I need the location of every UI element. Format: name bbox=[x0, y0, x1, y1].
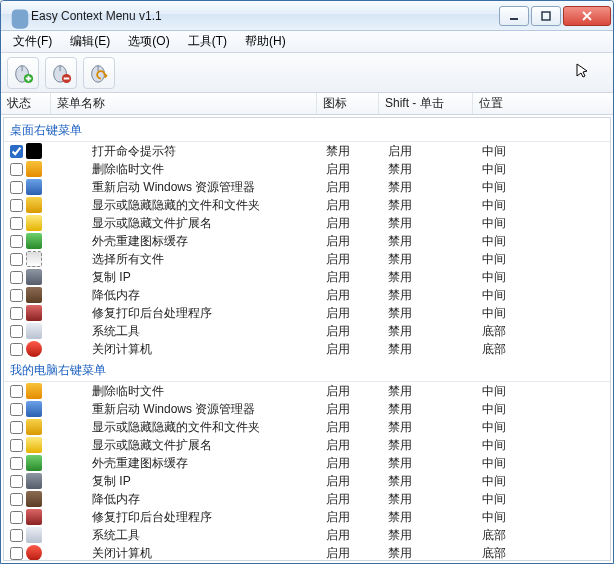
list-item[interactable]: 外壳重建图标缓存 启用 禁用 中间 bbox=[4, 232, 610, 250]
menu-options[interactable]: 选项(O) bbox=[120, 31, 177, 52]
item-checkbox[interactable] bbox=[10, 253, 23, 266]
list-item[interactable]: 关闭计算机 启用 禁用 底部 bbox=[4, 340, 610, 358]
item-checkbox[interactable] bbox=[10, 235, 23, 248]
list-item[interactable]: 降低内存 启用 禁用 中间 bbox=[4, 490, 610, 508]
item-position: 中间 bbox=[476, 142, 610, 160]
list-item[interactable]: 复制 IP 启用 禁用 中间 bbox=[4, 472, 610, 490]
item-position: 中间 bbox=[476, 160, 610, 178]
list-item[interactable]: 删除临时文件 启用 禁用 中间 bbox=[4, 160, 610, 178]
list-item[interactable]: 系统工具 启用 禁用 底部 bbox=[4, 526, 610, 544]
item-iconstate: 启用 bbox=[320, 418, 382, 436]
list-item[interactable]: 显示或隐藏隐藏的文件和文件夹 启用 禁用 中间 bbox=[4, 418, 610, 436]
item-checkbox[interactable] bbox=[10, 289, 23, 302]
list-item[interactable]: 关闭计算机 启用 禁用 底部 bbox=[4, 544, 610, 561]
item-shiftstate: 禁用 bbox=[382, 508, 476, 526]
item-checkbox[interactable] bbox=[10, 307, 23, 320]
item-position: 中间 bbox=[476, 436, 610, 454]
item-iconstate: 启用 bbox=[320, 160, 382, 178]
group-header[interactable]: 桌面右键菜单 bbox=[4, 118, 610, 142]
item-shiftstate: 禁用 bbox=[382, 232, 476, 250]
list-item[interactable]: 外壳重建图标缓存 启用 禁用 中间 bbox=[4, 454, 610, 472]
list-item[interactable]: 打开命令提示符 禁用 启用 中间 bbox=[4, 142, 610, 160]
item-checkbox[interactable] bbox=[10, 403, 23, 416]
item-type-icon bbox=[26, 419, 42, 435]
item-checkbox[interactable] bbox=[10, 421, 23, 434]
item-checkbox[interactable] bbox=[10, 475, 23, 488]
item-position: 中间 bbox=[476, 286, 610, 304]
item-type-icon bbox=[26, 455, 42, 471]
item-iconstate: 启用 bbox=[320, 214, 382, 232]
item-checkbox[interactable] bbox=[10, 439, 23, 452]
item-checkbox[interactable] bbox=[10, 325, 23, 338]
toolbar-add-button[interactable] bbox=[7, 57, 39, 89]
header-icon[interactable]: 图标 bbox=[317, 93, 379, 114]
item-type-icon bbox=[26, 491, 42, 507]
toolbar-refresh-button[interactable] bbox=[83, 57, 115, 89]
header-name[interactable]: 菜单名称 bbox=[51, 93, 317, 114]
item-checkbox[interactable] bbox=[10, 343, 23, 356]
list-item[interactable]: 修复打印后台处理程序 启用 禁用 中间 bbox=[4, 304, 610, 322]
cursor-icon bbox=[575, 63, 591, 79]
list-item[interactable]: 显示或隐藏隐藏的文件和文件夹 启用 禁用 中间 bbox=[4, 196, 610, 214]
item-iconstate: 启用 bbox=[320, 382, 382, 400]
header-shift[interactable]: Shift - 单击 bbox=[379, 93, 473, 114]
list-item[interactable]: 系统工具 启用 禁用 底部 bbox=[4, 322, 610, 340]
item-position: 中间 bbox=[476, 382, 610, 400]
item-position: 中间 bbox=[476, 454, 610, 472]
item-checkbox[interactable] bbox=[10, 457, 23, 470]
item-position: 中间 bbox=[476, 250, 610, 268]
item-shiftstate: 禁用 bbox=[382, 526, 476, 544]
item-checkbox[interactable] bbox=[10, 385, 23, 398]
item-label: 显示或隐藏文件扩展名 bbox=[92, 437, 212, 454]
item-label: 删除临时文件 bbox=[92, 161, 164, 178]
item-iconstate: 启用 bbox=[320, 322, 382, 340]
menu-list[interactable]: 桌面右键菜单 打开命令提示符 禁用 启用 中间 删除临时文件 启用 禁用 中间 bbox=[3, 117, 611, 561]
menu-file[interactable]: 文件(F) bbox=[5, 31, 60, 52]
header-position[interactable]: 位置 bbox=[473, 93, 613, 114]
list-item[interactable]: 删除临时文件 启用 禁用 中间 bbox=[4, 382, 610, 400]
item-label: 显示或隐藏隐藏的文件和文件夹 bbox=[92, 197, 260, 214]
item-label: 打开命令提示符 bbox=[92, 143, 176, 160]
list-item[interactable]: 显示或隐藏文件扩展名 启用 禁用 中间 bbox=[4, 436, 610, 454]
item-checkbox[interactable] bbox=[10, 271, 23, 284]
item-iconstate: 启用 bbox=[320, 490, 382, 508]
item-label: 关闭计算机 bbox=[92, 341, 152, 358]
list-item[interactable]: 复制 IP 启用 禁用 中间 bbox=[4, 268, 610, 286]
item-label: 选择所有文件 bbox=[92, 251, 164, 268]
item-shiftstate: 禁用 bbox=[382, 400, 476, 418]
svg-rect-0 bbox=[510, 18, 518, 20]
item-checkbox[interactable] bbox=[10, 493, 23, 506]
menu-edit[interactable]: 编辑(E) bbox=[62, 31, 118, 52]
menu-help[interactable]: 帮助(H) bbox=[237, 31, 294, 52]
item-checkbox[interactable] bbox=[10, 511, 23, 524]
toolbar-remove-button[interactable] bbox=[45, 57, 77, 89]
item-checkbox[interactable] bbox=[10, 199, 23, 212]
item-checkbox[interactable] bbox=[10, 217, 23, 230]
item-checkbox[interactable] bbox=[10, 547, 23, 560]
item-checkbox[interactable] bbox=[10, 529, 23, 542]
list-item[interactable]: 选择所有文件 启用 禁用 中间 bbox=[4, 250, 610, 268]
item-checkbox[interactable] bbox=[10, 163, 23, 176]
item-position: 底部 bbox=[476, 322, 610, 340]
titlebar[interactable]: Easy Context Menu v1.1 bbox=[1, 1, 613, 31]
close-button[interactable] bbox=[563, 6, 611, 26]
list-item[interactable]: 重新启动 Windows 资源管理器 启用 禁用 中间 bbox=[4, 400, 610, 418]
menu-tools[interactable]: 工具(T) bbox=[180, 31, 235, 52]
item-checkbox[interactable] bbox=[10, 181, 23, 194]
header-status[interactable]: 状态 bbox=[1, 93, 51, 114]
list-item[interactable]: 显示或隐藏文件扩展名 启用 禁用 中间 bbox=[4, 214, 610, 232]
item-type-icon bbox=[26, 401, 42, 417]
group-header[interactable]: 我的电脑右键菜单 bbox=[4, 358, 610, 382]
item-type-icon bbox=[26, 161, 42, 177]
list-item[interactable]: 重新启动 Windows 资源管理器 启用 禁用 中间 bbox=[4, 178, 610, 196]
item-iconstate: 启用 bbox=[320, 232, 382, 250]
svg-rect-1 bbox=[542, 12, 550, 20]
item-label: 修复打印后台处理程序 bbox=[92, 305, 212, 322]
maximize-button[interactable] bbox=[531, 6, 561, 26]
list-item[interactable]: 修复打印后台处理程序 启用 禁用 中间 bbox=[4, 508, 610, 526]
item-shiftstate: 禁用 bbox=[382, 304, 476, 322]
list-item[interactable]: 降低内存 启用 禁用 中间 bbox=[4, 286, 610, 304]
minimize-button[interactable] bbox=[499, 6, 529, 26]
item-checkbox[interactable] bbox=[10, 145, 23, 158]
menubar: 文件(F) 编辑(E) 选项(O) 工具(T) 帮助(H) bbox=[1, 31, 613, 53]
